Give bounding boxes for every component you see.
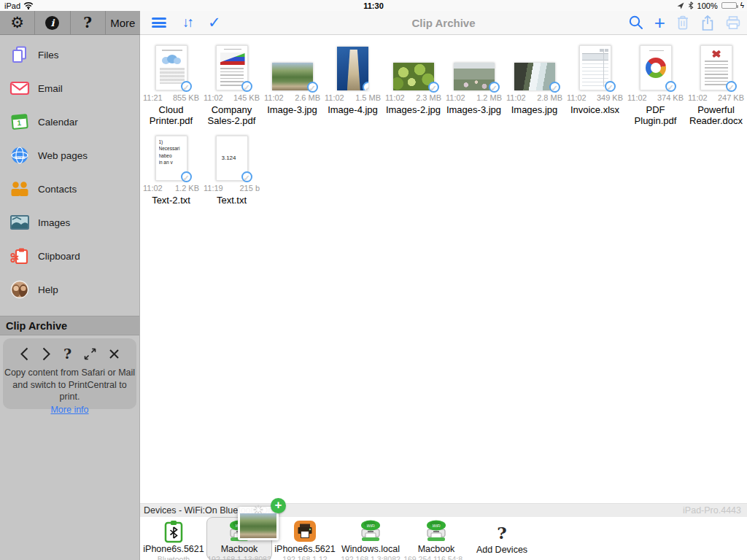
device-address: 169.254.116.54:8...	[403, 555, 469, 560]
device-address: 192.168.1.12	[282, 555, 327, 560]
close-icon[interactable]	[109, 349, 120, 359]
file-item[interactable]: ✓11:02145 KBCompany Sales-2.pdf	[201, 44, 262, 127]
device-tile-iphone6s.5621[interactable]: iPhone6s.5621Bluetooth	[141, 517, 206, 560]
printer-green-icon: WiFi	[356, 519, 385, 543]
sidebar-item-help[interactable]: Help	[0, 273, 139, 306]
device-tile-iphone6s.5621[interactable]: iPhone6s.5621192.168.1.12	[272, 517, 338, 560]
file-time: 11:02	[446, 93, 465, 102]
add-button[interactable]: +	[654, 15, 665, 31]
device-address: Bluetooth	[158, 555, 190, 560]
sidebar-item-clipboard[interactable]: Clipboard	[0, 239, 139, 273]
file-item[interactable]: ✓11:02374 KBPDF Plugin.pdf	[625, 44, 686, 127]
sidebar-item-contacts[interactable]: Contacts	[0, 172, 139, 206]
sidebar-item-label: Clipboard	[38, 251, 80, 262]
selection-checkmark-badge[interactable]: ✓	[181, 171, 192, 182]
file-thumbnail: ✓	[454, 63, 495, 90]
file-size: 2.3 MB	[416, 93, 441, 102]
clock: 11:30	[0, 1, 747, 10]
sidebar-item-label: Images	[38, 217, 70, 228]
contacts-icon	[9, 179, 30, 198]
sidebar-item-email[interactable]: Email	[0, 71, 139, 105]
print-icon[interactable]	[725, 15, 741, 31]
sort-button[interactable]: ↓↑	[182, 15, 192, 31]
selection-checkmark-badge[interactable]: ✓	[549, 82, 560, 93]
selection-checkmark-badge[interactable]: ✓	[428, 82, 439, 93]
file-time: 11:21	[143, 93, 163, 102]
file-name: Image-3.jpg	[262, 104, 322, 115]
sidebar-item-calendar[interactable]: 1Calendar	[0, 105, 139, 139]
trash-icon[interactable]	[676, 15, 690, 31]
email-icon	[9, 79, 30, 98]
sidebar-item-label: Help	[38, 284, 58, 295]
sidebar-item-files[interactable]: Files	[0, 38, 139, 71]
select-all-button[interactable]: ✓	[208, 14, 221, 31]
battery-icon	[721, 2, 737, 9]
selection-checkmark-badge[interactable]: ✓	[241, 81, 252, 92]
file-name: Powerful Reader.docx	[686, 104, 746, 127]
file-thumbnail: ✓	[514, 63, 555, 90]
search-icon[interactable]	[628, 15, 644, 31]
clip-archive-header[interactable]: Clip Archive	[0, 316, 139, 335]
device-tile-add-devices[interactable]: ?Add Devices	[469, 517, 535, 560]
file-size: 1.2 KB	[175, 184, 199, 192]
sidebar-item-images[interactable]: Images	[0, 206, 139, 239]
file-item[interactable]: 1) Necessari habeo in an v✓11:021.2 KBTe…	[141, 134, 201, 206]
file-item[interactable]: 3.124✓11:19215 bText.txt	[201, 134, 262, 206]
file-time: 11:02	[567, 93, 587, 102]
panel-text-line2: and switch to PrintCentral to print.	[3, 379, 136, 403]
selection-checkmark-badge[interactable]: ✓	[307, 82, 318, 93]
device-address: 192.168.1.3:8082	[341, 555, 400, 560]
file-thumbnail: ✓	[700, 45, 732, 90]
web-icon: WWW	[9, 146, 30, 165]
sidebar-item-web-pages[interactable]: WWWWeb pages	[0, 139, 139, 172]
files-grid: ✓11:21855 KBCloud Printer.pdf✓11:02145 K…	[140, 35, 747, 213]
file-name: Text.txt	[201, 195, 262, 206]
file-item[interactable]: ✓11:022.8 MBImages.jpg	[504, 44, 565, 127]
more-button[interactable]: More	[106, 11, 140, 34]
drag-preview[interactable]: +	[238, 507, 279, 540]
dragged-image-thumbnail	[240, 513, 276, 538]
file-item[interactable]: ✓11:021.2 MBImages-3.jpg	[444, 44, 504, 127]
device-address: 192.168.1.13:8082	[207, 555, 271, 560]
help-button[interactable]: ?	[71, 11, 106, 34]
settings-button[interactable]: ⚙	[0, 11, 35, 34]
list-view-button[interactable]	[152, 18, 166, 28]
sidebar: FilesEmail1CalendarWWWWeb pagesContactsI…	[0, 35, 140, 560]
file-item[interactable]: ✓11:02349 KBInvoice.xlsx	[565, 44, 625, 127]
share-icon[interactable]	[700, 15, 715, 31]
file-time: 11:19	[204, 184, 223, 192]
device-tile-macbook[interactable]: WiFiMacbook169.254.116.54:8...	[403, 517, 469, 560]
file-item[interactable]: ✓11:21855 KBCloud Printer.pdf	[141, 44, 201, 127]
file-item[interactable]: ✓11:021.5 MBImage-4.jpg	[322, 44, 383, 127]
selection-checkmark-badge[interactable]: ✓	[665, 81, 676, 92]
panel-help-icon[interactable]: ?	[63, 346, 71, 362]
device-name: Add Devices	[476, 545, 527, 555]
selection-checkmark-badge[interactable]: ✓	[726, 81, 737, 92]
expand-icon[interactable]	[84, 348, 96, 360]
selection-checkmark-badge[interactable]: ✓	[605, 81, 616, 92]
calendar-icon: 1	[9, 112, 30, 131]
file-name: Images-2.jpg	[383, 104, 444, 115]
selection-checkmark-badge[interactable]: ✓	[241, 171, 252, 182]
file-item[interactable]: ✓11:02247 KBPowerful Reader.docx	[686, 44, 746, 127]
next-icon[interactable]	[42, 347, 51, 361]
gear-icon: ⚙	[10, 14, 24, 31]
file-size: 374 KB	[657, 93, 684, 102]
device-name: iPhone6s.5621	[143, 544, 204, 554]
prev-icon[interactable]	[20, 347, 29, 361]
clip-archive-panel: ? Copy content from Safari or Mail and s…	[3, 338, 136, 409]
file-time: 11:02	[264, 93, 284, 102]
file-item[interactable]: ✓11:022.6 MBImage-3.jpg	[262, 44, 322, 127]
device-tile-windows.local[interactable]: WiFiWindows.local192.168.1.3:8082	[338, 517, 403, 560]
file-name: Invoice.xlsx	[565, 104, 625, 115]
selection-checkmark-badge[interactable]: ✓	[181, 81, 192, 92]
selection-checkmark-badge[interactable]: ✓	[489, 82, 500, 93]
file-time: 11:02	[385, 93, 405, 102]
file-thumbnail: ✓	[579, 45, 611, 90]
selection-checkmark-badge[interactable]: ✓	[363, 82, 368, 90]
file-time: 11:02	[506, 93, 526, 102]
question-icon: ?	[497, 519, 506, 544]
file-item[interactable]: ✓11:022.3 MBImages-2.jpg	[383, 44, 444, 127]
file-size: 1.5 MB	[355, 93, 381, 102]
info-button[interactable]: i	[35, 11, 70, 34]
